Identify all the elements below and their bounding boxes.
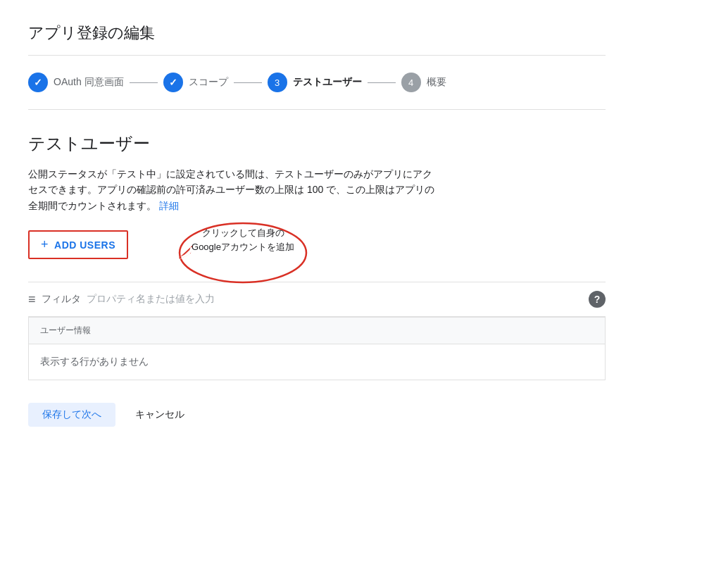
- step-separator-1: [130, 82, 158, 83]
- bottom-actions: 保存して次へ キャンセル: [28, 403, 606, 427]
- svg-line-3: [180, 257, 181, 258]
- description-text: 公開ステータスが「テスト中」に設定されている間は、テストユーザーのみがアプリにア…: [28, 166, 437, 213]
- add-users-label: ADD USERS: [54, 239, 115, 251]
- step-separator-3: [368, 82, 396, 83]
- check-icon-2: ✓: [169, 77, 177, 88]
- table-header: ユーザー情報: [29, 318, 605, 344]
- step-label-test-users: テストユーザー: [293, 76, 362, 89]
- step-circle-test-users: 3: [268, 73, 287, 92]
- plus-icon: +: [41, 237, 49, 252]
- filter-input[interactable]: プロパティ名または値を入力: [87, 293, 583, 306]
- step-label-oauth: OAuth 同意画面: [54, 76, 124, 89]
- callout-text: クリックして自身のGoogleアカウントを追加: [190, 226, 296, 254]
- step-test-users: 3 テストユーザー: [268, 73, 362, 92]
- save-next-button[interactable]: 保存して次へ: [28, 403, 115, 427]
- filter-icon: ≡: [28, 292, 36, 307]
- step-oauth: ✓ OAuth 同意画面: [28, 73, 124, 92]
- step-scope: ✓ スコープ: [163, 73, 228, 92]
- stepper: ✓ OAuth 同意画面 ✓ スコープ 3 テストユーザー 4 概要: [28, 73, 606, 110]
- step-separator-2: [234, 82, 262, 83]
- cancel-button[interactable]: キャンセル: [127, 403, 193, 427]
- step-circle-oauth: ✓: [28, 73, 48, 92]
- section-title: テストユーザー: [28, 132, 606, 155]
- step-number-3: 3: [275, 77, 280, 88]
- filter-label: フィルタ: [42, 293, 81, 306]
- add-users-section: + ADD USERS クリックして自身のGoogleアカウントを追加: [28, 230, 128, 259]
- add-users-button[interactable]: + ADD USERS: [28, 230, 128, 259]
- table-empty-message: 表示する行がありません: [29, 344, 605, 380]
- step-circle-overview: 4: [401, 73, 421, 92]
- details-link[interactable]: 詳細: [159, 200, 179, 211]
- description-body: 公開ステータスが「テスト中」に設定されている間は、テストユーザーのみがアプリにア…: [28, 168, 434, 211]
- users-table: ユーザー情報 表示する行がありません: [28, 317, 606, 380]
- step-label-overview: 概要: [427, 76, 446, 89]
- step-circle-scope: ✓: [163, 73, 183, 92]
- step-number-4: 4: [408, 77, 413, 88]
- column-header-user-info: ユーザー情報: [40, 325, 91, 337]
- page-title: アプリ登録の編集: [28, 23, 606, 56]
- help-icon[interactable]: ?: [589, 291, 606, 308]
- check-icon: ✓: [34, 77, 42, 88]
- step-overview: 4 概要: [401, 73, 446, 92]
- step-label-scope: スコープ: [189, 76, 228, 89]
- filter-bar: ≡ フィルタ プロパティ名または値を入力 ?: [28, 282, 606, 317]
- callout-bubble: クリックして自身のGoogleアカウントを追加: [176, 218, 310, 290]
